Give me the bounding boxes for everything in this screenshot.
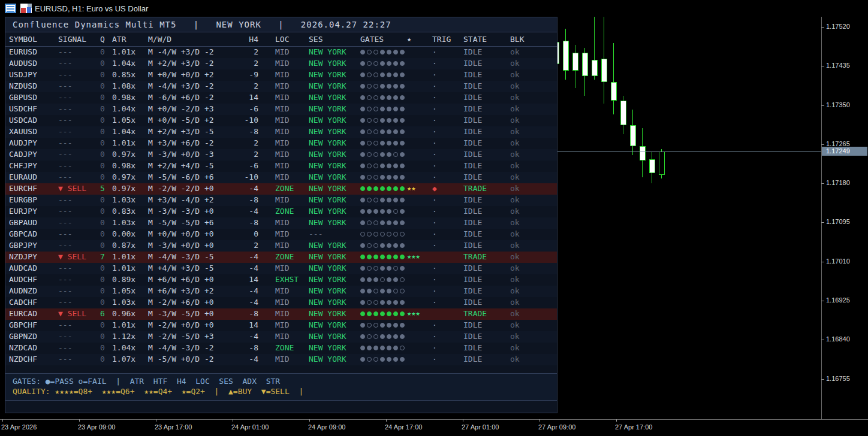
ses-cell: NEW YORK [309,320,346,329]
ses-cell: NEW YORK [309,138,346,147]
gate-pass-dot [400,186,405,191]
gates-cell [360,175,406,184]
table-row[interactable]: XAUUSD---01.04xM +2/W +3/D -5-8MIDNEW YO… [5,126,557,138]
table-row[interactable]: EURCHF▼ SELL50.97xM -2/W -2/D +0-4ZONENE… [5,183,557,195]
table-row[interactable]: AUDJPY---01.01xM +3/W +6/D -22MIDNEW YOR… [5,138,557,149]
gate-pass-dot [393,141,398,146]
ses-cell: NEW YORK [309,59,346,68]
column-header: SES [309,35,323,44]
table-row[interactable]: EURJPY---00.83xM -3/W -3/D +0-4ZONENEW Y… [5,206,557,217]
mwd-cell: M -3/W -5/D +0 [148,309,214,318]
h4-cell: -10 [225,172,258,181]
table-row[interactable]: NZDCAD---01.04xM -4/W -3/D -2-8ZONENEW Y… [5,343,557,354]
atr-cell: 1.04x [112,59,135,68]
signal-cell: --- [58,207,72,216]
table-row[interactable]: EURAUD---00.97xM -5/W -6/D +6-10MIDNEW Y… [5,172,557,183]
stars-cell: ★★ [407,184,415,192]
time-axis-line[interactable] [0,419,868,420]
gate-fail-dot [373,152,378,157]
column-header: ★ [407,35,411,43]
table-row[interactable]: CADJPY---00.97xM -3/W +0/D -32MIDNEW YOR… [5,149,557,161]
table-row[interactable]: GBPJPY---00.87xM -3/W +0/D +02MIDNEW YOR… [5,240,557,252]
table-row[interactable]: AUDNZD---01.05xM +6/W +3/D +2-4MIDNEW YO… [5,286,557,297]
trigger-cell: · [432,207,437,216]
gate-pass-dot [393,175,398,180]
quality-cell: 6 [100,309,105,318]
gate-pass-dot [387,164,391,168]
quality-cell: 0 [100,116,105,125]
gates-cell [360,323,406,332]
table-row[interactable]: EURCAD▼ SELL60.96xM -3/W -5/D +0-8MIDNEW… [5,308,557,320]
gate-pass-dot [360,277,365,282]
table-row[interactable]: USDCAD---01.05xM +0/W -5/D +2-10MIDNEW Y… [5,115,557,126]
trigger-cell: · [432,116,437,125]
state-cell: IDLE [463,150,482,159]
gate-fail-dot [373,357,378,362]
h4-cell: 14 [225,275,258,284]
trigger-cell: · [432,343,437,352]
quality-cell: 0 [100,241,105,250]
gate-pass-dot [360,61,365,66]
mwd-cell: M +2/W +3/D -5 [148,127,214,136]
price-axis-line[interactable] [821,0,822,419]
quality-cell: 0 [100,150,105,159]
gates-cell [360,129,406,138]
blk-cell: ok [510,218,520,227]
table-row[interactable]: AUDCHF---00.89xM +6/W +6/D +014EXHSTNEW … [5,274,557,286]
gate-pass-dot [400,323,405,328]
gate-fail-dot [373,323,378,328]
gate-fail-dot [373,141,378,146]
symbol-cell: USDJPY [9,70,37,79]
table-row[interactable]: NZDUSD---01.08xM -4/W +3/D -22MIDNEW YOR… [5,81,557,92]
table-row[interactable]: AUDCAD---01.01xM +4/W +3/D -5-4MIDNEW YO… [5,263,557,274]
candle-body [620,101,626,125]
gates-legend: GATES: ●=PASS o=FAIL | ATR HTF H4 LOC SE… [13,377,280,386]
table-row[interactable]: GBPAUD---01.03xM -5/W -5/D +6-8MIDNEW YO… [5,217,557,229]
gate-pass-dot [393,220,398,225]
mwd-cell: M -4/W -3/D -5 [148,252,214,261]
gate-fail-dot [367,198,372,202]
table-row[interactable]: GBPUSD---00.98xM -6/W +6/D -214MIDNEW YO… [5,92,557,104]
mwd-cell: M -6/W +6/D -2 [148,93,214,102]
table-row[interactable]: GBPNZD---01.12xM -2/W -5/D +3-4MIDNEW YO… [5,331,557,343]
atr-cell: 0.97x [112,150,135,159]
column-header-row: SYMBOLSIGNALQATRM/W/DH4LOCSESGATES★TRIGS… [5,33,557,47]
loc-cell: MID [275,264,289,272]
table-row[interactable]: USDJPY---00.85xM +0/W +0/D +2-9MIDNEW YO… [5,69,557,81]
table-row[interactable]: AUDUSD---01.04xM +2/W +3/D -22MIDNEW YOR… [5,58,557,69]
atr-cell: 0.87x [112,241,135,250]
mwd-cell: M +3/W +6/D -2 [148,138,214,147]
gate-pass-dot [360,334,365,339]
price-axis-label: 1.17435 [826,62,850,69]
trigger-cell: · [432,241,437,250]
gate-pass-dot [360,198,365,202]
time-tick [540,419,540,422]
ses-cell: NEW YORK [309,298,346,307]
gate-pass-dot [393,129,398,134]
mwd-cell: M +0/W +0/D +0 [148,229,214,238]
gate-fail-dot [367,61,372,66]
price-axis-label: 1.16840 [826,335,850,343]
gates-cell [360,266,406,275]
gate-fail-dot [367,129,372,134]
table-row[interactable]: EURGBP---01.03xM +3/W -4/D +2-8MIDNEW YO… [5,195,557,206]
table-row[interactable]: GBPCAD---00.00xM +0/W +0/D +00MID---·IDL… [5,229,557,240]
table-row[interactable]: CADCHF---01.03xM -2/W +6/D +0-4MIDNEW YO… [5,297,557,308]
symbol-cell: EURUSD [9,47,37,56]
gate-fail-dot [367,220,372,225]
table-row[interactable]: NZDCHF---01.07xM -5/W +0/D -2-4MIDNEW YO… [5,354,557,365]
ses-cell: NEW YORK [309,207,346,216]
candle-body [582,53,588,76]
h4-cell: -4 [225,207,258,216]
table-row[interactable]: USDCHF---01.04xM +0/W -2/D +3-6MIDNEW YO… [5,104,557,115]
table-row[interactable]: GBPCHF---01.01xM -2/W +0/D +014MIDNEW YO… [5,320,557,331]
price-axis-label: 1.16755 [826,375,850,382]
mwd-cell: M +6/W +6/D +0 [148,275,214,284]
symbol-cell: AUDNZD [9,286,37,295]
table-row[interactable]: NZDJPY▼ SELL71.01xM -4/W -3/D -5-4ZONENE… [5,252,557,263]
table-row[interactable]: CHFJPY---00.98xM +2/W +4/D -5-6MIDNEW YO… [5,161,557,172]
symbol-cell: USDCAD [9,116,37,125]
time-axis-label: 23 Apr 2026 [1,423,37,431]
gate-pass-dot [387,95,391,100]
table-row[interactable]: EURUSD---01.01xM -4/W +3/D -22MIDNEW YOR… [5,47,557,58]
